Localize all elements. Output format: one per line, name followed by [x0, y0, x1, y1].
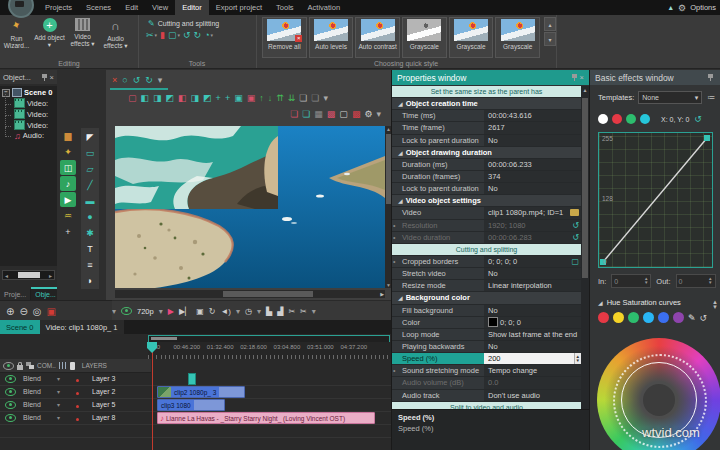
layer-track[interactable]: ♪Lianne La Havas - _Starry Starry Night_…: [153, 411, 391, 424]
property-value[interactable]: 0; 0; 0: [484, 317, 581, 328]
property-value[interactable]: No: [484, 341, 581, 352]
rectangle-select-icon[interactable]: ▭: [82, 145, 98, 160]
tree-item-video-2[interactable]: Video:: [0, 120, 57, 131]
zoom-out-icon[interactable]: ⊖: [19, 306, 27, 317]
blend-mode-select[interactable]: Blend: [20, 375, 57, 382]
cut-left-icon[interactable]: ✂: [288, 307, 295, 316]
browse-folder-icon[interactable]: [570, 209, 579, 216]
property-value[interactable]: clip1 1080p.mp4; ID=1: [484, 207, 581, 218]
chevron-down-icon[interactable]: ▾: [57, 388, 65, 395]
timeline-row[interactable]: [0, 424, 391, 438]
playhead-line[interactable]: [152, 342, 153, 450]
redo-icon[interactable]: ↻: [145, 74, 153, 86]
menu-editor[interactable]: Editor: [175, 0, 209, 15]
layer-up-icon[interactable]: ⇈: [276, 92, 284, 104]
options-label[interactable]: Options: [690, 3, 716, 12]
property-value[interactable]: 0.0: [484, 377, 581, 388]
tree-item-video-1[interactable]: Video:: [0, 109, 57, 120]
property-value[interactable]: 00:00:06.283↺: [484, 232, 581, 243]
send-forward-icon[interactable]: ◨: [153, 92, 162, 104]
line-tool-icon[interactable]: ╱: [82, 177, 98, 192]
hue-color-dot[interactable]: [628, 312, 639, 323]
center-horizontal-icon[interactable]: +: [216, 92, 221, 104]
set-the-same-size-as-the-parent-has-button[interactable]: Set the same size as the parent has: [392, 86, 581, 98]
style-auto-levels[interactable]: Auto levels: [309, 17, 354, 58]
add-sprite-icon[interactable]: ✦: [60, 144, 76, 159]
add-image-icon[interactable]: ◫: [60, 160, 76, 175]
rect-shape-icon[interactable]: ▬: [82, 193, 98, 208]
property-lock-to-parent-duration[interactable]: Lock to parent durationNo: [392, 183, 581, 195]
color-swatch[interactable]: [488, 317, 498, 327]
chevron-down-icon[interactable]: ▾: [57, 414, 65, 421]
scroll-right-icon[interactable]: ▸: [47, 272, 54, 279]
undo-icon[interactable]: ↺: [133, 74, 141, 86]
blend-mode-select[interactable]: Blend: [20, 414, 57, 421]
scroll-right-icon[interactable]: ▶: [380, 291, 384, 297]
scroll-up-icon[interactable]: ▲: [581, 87, 589, 93]
selection-frame-icon[interactable]: ▢: [128, 92, 137, 104]
scroll-handle[interactable]: [151, 337, 177, 340]
fit-scene-icon[interactable]: ▣: [234, 92, 243, 104]
playbar-more-caret-icon[interactable]: ▾: [312, 307, 316, 316]
section-object-drawing-duration[interactable]: ◢Object drawing duration: [392, 147, 581, 159]
layer-track[interactable]: [153, 437, 391, 450]
more-down-icon[interactable]: ▾: [544, 32, 556, 46]
collapse-expander-icon[interactable]: −: [2, 89, 10, 97]
row-visibility-eye-icon[interactable]: [0, 388, 20, 396]
snap-icon[interactable]: ▩: [327, 108, 336, 120]
clip-clip2-1080p-3[interactable]: clip2 1080p_ 3: [157, 386, 245, 398]
delete-fragment-icon[interactable]: ▮: [160, 30, 165, 40]
menu-export-project[interactable]: Export project: [209, 0, 269, 15]
add-animation-icon[interactable]: ♒: [60, 208, 76, 223]
property-time-frame[interactable]: Time (frame)2617: [392, 122, 581, 134]
cut-right-icon[interactable]: ✂: [300, 307, 307, 316]
property-time-ms[interactable]: Time (ms)00:00:43.616: [392, 110, 581, 122]
audio-effects-button[interactable]: ∩Audio effects ▾: [99, 15, 132, 57]
tab-scene-0[interactable]: Scene 0: [0, 320, 40, 334]
panel-tab-proje[interactable]: Proje...: [0, 289, 31, 300]
arrange-b-icon[interactable]: ▟: [277, 307, 283, 316]
hue-color-dot[interactable]: [658, 312, 669, 323]
pin-icon[interactable]: [42, 74, 47, 81]
close-icon[interactable]: ×: [50, 73, 54, 82]
property-value[interactable]: Linear interpolation: [484, 280, 581, 291]
scroll-left-icon[interactable]: ◂: [3, 272, 10, 279]
property-video[interactable]: Videoclip1 1080p.mp4; ID=1: [392, 207, 581, 219]
snapshot-icon[interactable]: ▣: [196, 307, 204, 316]
row-visibility-eye-icon[interactable]: [0, 375, 20, 383]
blend-mode-select[interactable]: Blend: [20, 388, 57, 395]
quality-caret-icon[interactable]: ▾: [159, 307, 163, 316]
close-icon[interactable]: ×: [580, 73, 584, 82]
out-value-spinner[interactable]: 0 ▲▼: [676, 274, 716, 288]
more-up-icon[interactable]: ▴: [544, 17, 556, 31]
scroll-handle[interactable]: [582, 98, 588, 278]
deselect-icon[interactable]: ○: [122, 74, 127, 86]
property-value[interactable]: Tempo change: [484, 365, 581, 376]
hue-saturation-section[interactable]: ◢ Hue Saturation curves: [598, 298, 681, 307]
layer-track[interactable]: clip2 1080p_ 3: [153, 385, 391, 398]
ellipse-shape-icon[interactable]: ●: [82, 209, 98, 224]
move-down-icon[interactable]: ↓: [268, 92, 273, 104]
cursor-tool-icon[interactable]: ◤: [82, 129, 98, 144]
redo-caret-icon[interactable]: ▾: [158, 74, 163, 86]
copy-icon[interactable]: ❏: [290, 108, 298, 120]
flip-horizontal-icon[interactable]: ◧: [178, 92, 187, 104]
property-value[interactable]: 0; 0; 0; 0▢: [484, 256, 581, 267]
preview-mode-eye-icon[interactable]: [121, 307, 132, 315]
tab-video-clip1[interactable]: Video: clip1 1080p_ 1: [40, 320, 124, 334]
property-value[interactable]: 00:00:06.233: [484, 159, 581, 170]
property-stretch-video[interactable]: Stretch videoNo: [392, 268, 581, 280]
property-cropped-borders[interactable]: •Cropped borders0; 0; 0; 0▢: [392, 256, 581, 268]
rotate-ccw-icon[interactable]: ↺: [183, 30, 191, 40]
arrange-a-icon[interactable]: ▙: [266, 307, 272, 316]
fit-timeline-icon[interactable]: ◎: [33, 306, 42, 317]
value-spinner[interactable]: ▲▼: [574, 353, 581, 364]
section-object-creation-time[interactable]: ◢Object creation time: [392, 98, 581, 110]
ungroup-icon[interactable]: ❏: [311, 92, 319, 104]
timeline-row[interactable]: [0, 437, 391, 450]
add-chart-icon[interactable]: ▆: [60, 128, 76, 143]
rotate-cw-icon[interactable]: ↻: [194, 30, 202, 40]
run-wizard-button[interactable]: ✦Run Wizard...: [0, 15, 33, 57]
property-lock-to-parent-duration[interactable]: Lock to parent durationNo: [392, 135, 581, 147]
style-grayscale[interactable]: Grayscale: [495, 17, 540, 58]
